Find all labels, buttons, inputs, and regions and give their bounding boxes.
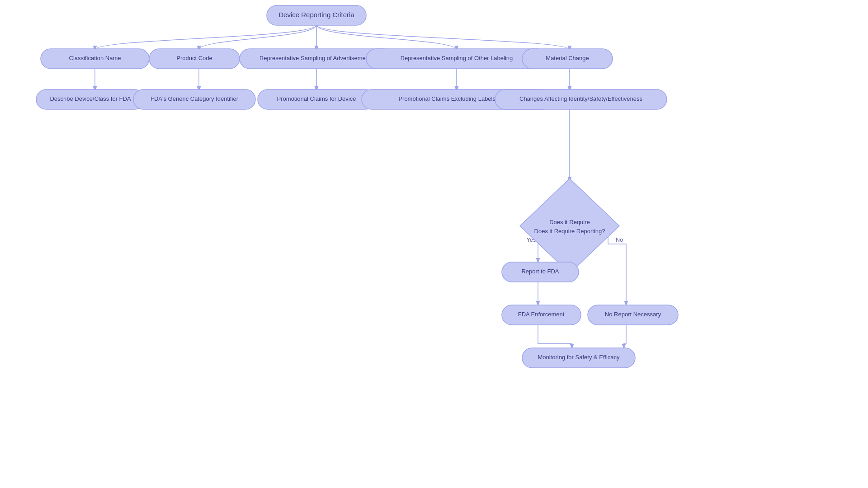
promo-claims-label: Promotional Claims for Device xyxy=(277,95,356,102)
rep-sampling-ads-label: Representative Sampling of Advertisement… xyxy=(259,55,374,61)
root-node-label: Device Reporting Criteria xyxy=(278,11,354,19)
no-report-necessary-label: No Report Necessary xyxy=(605,311,661,318)
classification-name-label: Classification Name xyxy=(69,55,121,61)
require-reporting-diamond xyxy=(520,178,619,273)
flowchart-diagram: Yes No Device Reporting Criteria Classif… xyxy=(0,0,868,488)
product-code-label: Product Code xyxy=(176,55,212,61)
changes-affecting-label: Changes Affecting Identity/Safety/Effect… xyxy=(519,95,642,102)
no-label: No xyxy=(616,236,623,243)
report-to-fda-label: Report to FDA xyxy=(521,268,559,275)
rep-sampling-other-label: Representative Sampling of Other Labelin… xyxy=(401,55,513,61)
material-change-label: Material Change xyxy=(546,55,589,61)
describe-device-label: Describe Device/Class for FDA xyxy=(50,95,131,102)
require-reporting-label-1: Does it Require xyxy=(549,219,590,225)
fda-enforcement-label: FDA Enforcement xyxy=(518,311,565,318)
require-reporting-label-2: Does it Require Reporting? xyxy=(534,228,605,235)
monitoring-safety-label: Monitoring for Safety & Efficacy xyxy=(538,354,620,361)
fda-generic-label: FDA's Generic Category Identifier xyxy=(151,95,239,102)
